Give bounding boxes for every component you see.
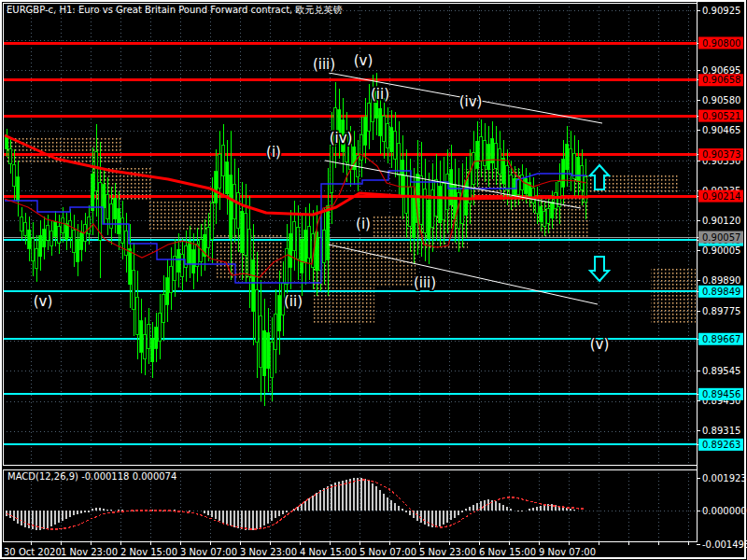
macd-signal-line	[7, 480, 585, 529]
candle-body	[577, 157, 580, 181]
candle-body	[177, 249, 180, 272]
candle-body	[159, 314, 162, 341]
candle-body	[151, 339, 154, 362]
candle-body	[304, 231, 307, 263]
wave-label[interactable]: (v)	[354, 52, 374, 69]
price-tick-label: 0.90925	[702, 6, 740, 16]
candle-body	[125, 231, 128, 256]
candle-body	[17, 177, 20, 201]
candle-body	[484, 141, 486, 165]
candle-body	[92, 174, 94, 210]
candle-body	[540, 206, 543, 221]
candle-body	[77, 240, 79, 262]
candle-body	[495, 144, 498, 168]
wave-label[interactable]: (ii)	[371, 86, 389, 103]
candle-body	[133, 271, 135, 310]
candle-body	[525, 178, 528, 193]
wave-label[interactable]: (i)	[356, 216, 371, 232]
wave-label[interactable]: (v)	[34, 293, 53, 310]
price-axis: 0.909250.906950.905800.904650.903500.902…	[697, 6, 747, 550]
wave-label[interactable]: (iv)	[330, 130, 353, 147]
candle-body	[58, 227, 61, 244]
macd-axis-label: 0.001923	[702, 473, 747, 483]
candle-body	[69, 220, 72, 237]
candle-body	[480, 137, 483, 161]
candle-body	[144, 335, 147, 359]
candle-body	[517, 179, 520, 195]
candle-body	[402, 161, 404, 196]
candle-body	[39, 235, 42, 257]
wave-label[interactable]: (i)	[266, 144, 281, 161]
candle-body	[230, 175, 233, 238]
candle-body	[472, 153, 475, 185]
candle-body	[196, 244, 199, 266]
wave-label[interactable]: (v)	[590, 336, 610, 353]
candle-body	[360, 134, 363, 160]
candle-body	[263, 330, 266, 375]
wave-label[interactable]: (iii)	[414, 274, 436, 291]
candle-body	[547, 209, 550, 224]
price-tick-label: 0.89315	[702, 426, 740, 436]
candle-body	[390, 128, 393, 152]
candle-body	[54, 221, 57, 236]
candle-body	[118, 209, 120, 233]
candle-body	[136, 297, 139, 334]
candle-body	[570, 148, 572, 174]
candle-body	[278, 296, 281, 331]
time-axis-label: 5 Nov 07:00	[359, 547, 416, 557]
candle-body	[499, 148, 501, 174]
candle-body	[301, 239, 303, 273]
wave-label[interactable]: (iii)	[313, 56, 335, 73]
candle-body	[558, 181, 561, 206]
price-tick-label: 0.90005	[702, 245, 740, 256]
candle-body	[506, 166, 509, 189]
time-axis: 30 Oct 20201 Nov 23:002 Nov 15:003 Nov 0…	[4, 541, 688, 557]
candle-body	[446, 175, 449, 210]
candle-body	[43, 230, 46, 247]
candle-body	[13, 164, 16, 186]
price-tick-label: 0.89545	[702, 366, 740, 376]
candle-body	[428, 200, 430, 238]
cloud-area	[651, 269, 696, 325]
candle-body	[476, 141, 479, 168]
candle-body	[148, 325, 150, 348]
macd-axis-label: -0.001493	[702, 539, 747, 550]
time-axis-label: 3 Nov 07:00	[180, 547, 237, 557]
time-axis-label: 1 Nov 23:00	[61, 547, 118, 557]
candle-body	[566, 145, 569, 170]
candle-body	[275, 315, 277, 350]
candle-body	[510, 175, 513, 196]
down-arrow[interactable]	[590, 257, 609, 281]
price-level-badge-label: 0.90214	[702, 191, 740, 202]
candle-body	[543, 211, 546, 226]
candle-body	[129, 249, 132, 285]
candle-body	[289, 233, 292, 267]
candle-body	[65, 224, 68, 240]
candle-body	[551, 203, 554, 218]
wave-label[interactable]: (ii)	[284, 293, 303, 310]
wave-label[interactable]: (iv)	[459, 93, 483, 110]
candle-body	[207, 228, 210, 248]
candle-body	[162, 295, 165, 322]
candle-body	[24, 222, 27, 235]
candle-body	[9, 148, 12, 163]
time-axis-label: 6 Nov 15:00	[479, 547, 536, 557]
candle-body	[394, 132, 397, 159]
candle-body	[28, 230, 31, 248]
price-level-badge-label: 0.90373	[702, 149, 740, 160]
price-level-badge-label: 0.90057	[702, 232, 740, 243]
candle-body	[581, 166, 584, 189]
price-tick-label: 0.89890	[702, 275, 740, 286]
time-axis-label: 9 Nov 07:00	[539, 547, 596, 557]
candle-body	[443, 183, 445, 220]
candle-body	[121, 218, 124, 243]
candle-body	[585, 177, 587, 203]
terminal-window: (iii)(v)(ii)(iv)(iv)(i)(i)(iii)(ii)(v)(v…	[0, 0, 747, 560]
candle-body	[211, 203, 214, 239]
candle-body	[252, 260, 255, 312]
macd-panel	[7, 478, 585, 530]
price-level-badge-label: 0.90521	[702, 111, 740, 121]
candle-body	[409, 187, 412, 226]
price-level-badge-label: 0.89667	[702, 334, 740, 344]
candle-body	[271, 343, 274, 378]
